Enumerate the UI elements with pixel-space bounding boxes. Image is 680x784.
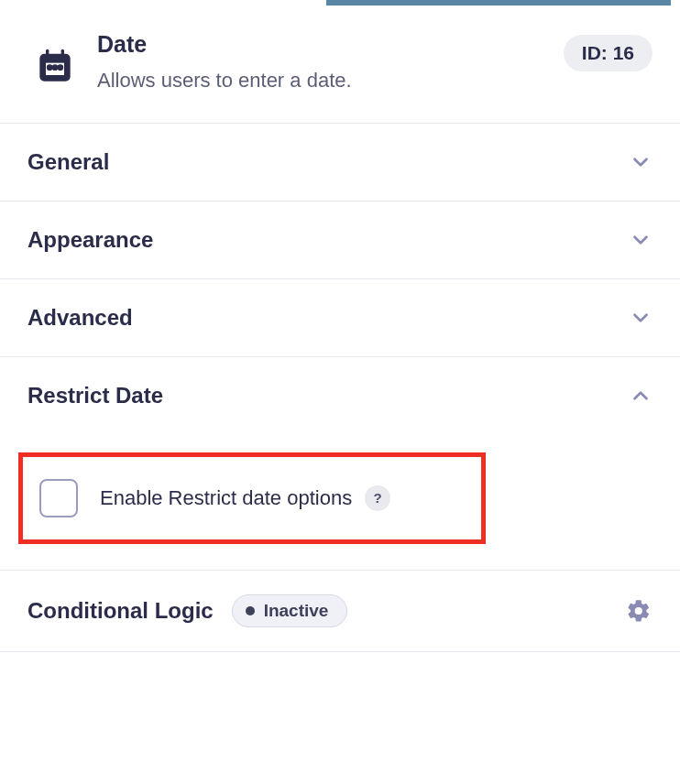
enable-restrict-checkbox[interactable]	[39, 479, 78, 517]
conditional-logic-label: Conditional Logic	[27, 598, 214, 624]
conditional-status-badge: Inactive	[232, 594, 348, 627]
section-advanced[interactable]: Advanced	[0, 279, 680, 357]
chevron-down-icon	[629, 228, 653, 252]
svg-point-4	[49, 66, 51, 69]
field-title: Date	[97, 31, 540, 58]
help-icon[interactable]: ?	[365, 485, 390, 511]
calendar-icon	[37, 48, 73, 84]
section-appearance[interactable]: Appearance	[0, 201, 680, 279]
checkbox-label-text: Enable Restrict date options	[100, 486, 352, 510]
restrict-date-body: Enable Restrict date options ?	[0, 434, 680, 571]
section-conditional-logic: Conditional Logic Inactive	[0, 571, 680, 652]
svg-point-5	[53, 66, 56, 69]
status-dot-icon	[246, 606, 255, 615]
section-label: Advanced	[27, 305, 133, 331]
section-restrict-date[interactable]: Restrict Date	[0, 357, 680, 434]
field-header-text: Date Allows users to enter a date.	[97, 31, 540, 95]
chevron-down-icon	[629, 150, 653, 174]
section-general[interactable]: General	[0, 124, 680, 201]
svg-point-6	[59, 66, 61, 69]
gear-icon[interactable]	[625, 597, 653, 625]
field-header: Date Allows users to enter a date. ID: 1…	[0, 5, 680, 124]
field-settings-panel: Date Allows users to enter a date. ID: 1…	[0, 0, 680, 652]
section-label: General	[27, 149, 109, 175]
field-id-badge: ID: 16	[564, 35, 653, 71]
chevron-down-icon	[629, 306, 653, 330]
chevron-up-icon	[629, 384, 653, 408]
field-description: Allows users to enter a date.	[97, 67, 540, 95]
status-text: Inactive	[264, 601, 329, 621]
enable-restrict-label: Enable Restrict date options ?	[100, 485, 390, 511]
section-label: Restrict Date	[27, 383, 163, 408]
highlight-annotation: Enable Restrict date options ?	[18, 452, 486, 544]
section-label: Appearance	[27, 227, 153, 253]
